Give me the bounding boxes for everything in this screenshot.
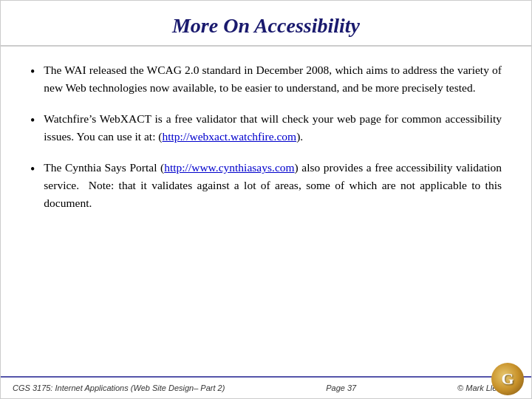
link-webxact[interactable]: http://webxact.watchfire.com xyxy=(162,130,296,143)
footer-course-info: CGS 3175: Internet Applications (Web Sit… xyxy=(13,383,225,392)
slide-container: More On Accessibility • The WAI released… xyxy=(0,0,532,399)
logo-letter: G xyxy=(501,369,514,389)
slide-title: More On Accessibility xyxy=(1,1,531,47)
footer-logo: G xyxy=(491,363,524,395)
bullet-item-3: • The Cynthia Says Portal (http://www.cy… xyxy=(30,159,502,212)
bullet-text-3: The Cynthia Says Portal (http://www.cynt… xyxy=(44,159,502,212)
logo-circle: G xyxy=(491,363,524,395)
slide-footer: CGS 3175: Internet Applications (Web Sit… xyxy=(1,376,531,398)
link-cynthia[interactable]: http://www.cynthiasays.com xyxy=(164,161,294,174)
slide-content: • The WAI released the WCAG 2.0 standard… xyxy=(1,47,531,376)
bullet-dot-1: • xyxy=(30,62,35,82)
bullet-text-2: Watchfire’s WebXACT is a free validator … xyxy=(44,110,502,146)
bullet-item-2: • Watchfire’s WebXACT is a free validato… xyxy=(30,110,502,146)
footer-page-number: Page 37 xyxy=(326,383,356,392)
bullet-dot-3: • xyxy=(30,160,35,180)
bullet-text-1: The WAI released the WCAG 2.0 standard i… xyxy=(44,61,502,97)
bullet-dot-2: • xyxy=(30,111,35,131)
bullet-item-1: • The WAI released the WCAG 2.0 standard… xyxy=(30,61,502,97)
